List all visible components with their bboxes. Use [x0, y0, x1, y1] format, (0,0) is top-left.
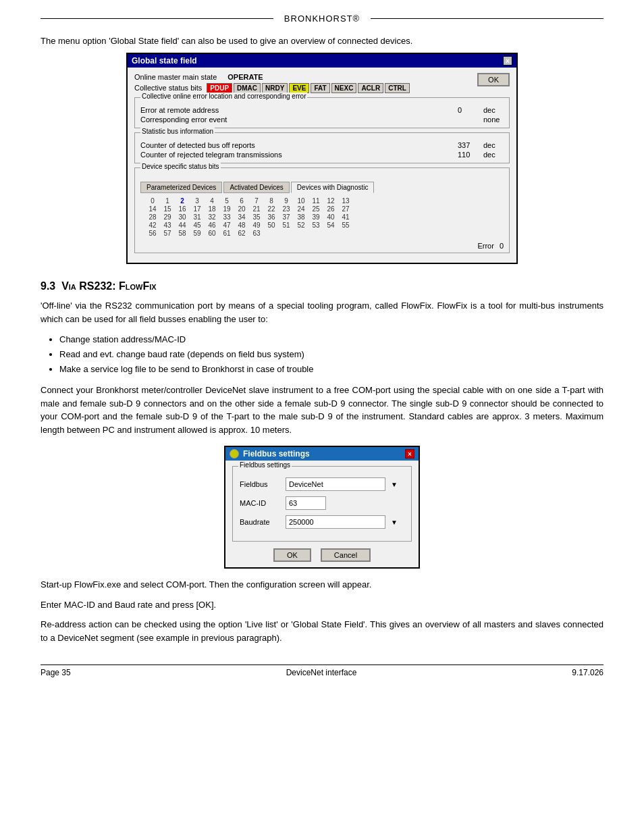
num-cell: 62 — [236, 230, 247, 237]
num-cell: 8 — [266, 197, 277, 205]
fieldbus-group: Fieldbus settings Fieldbus ▼ MAC-ID Baud… — [232, 466, 412, 542]
num-cell: 55 — [340, 221, 351, 229]
num-cell: 34 — [236, 213, 247, 221]
counter-bus-off-value: 337 — [458, 141, 478, 149]
num-cell: 6 — [236, 197, 247, 205]
macid-input[interactable] — [286, 496, 326, 510]
fieldbus-titlebar: Fieldbus settings × — [225, 447, 419, 461]
fieldbus-ok-button[interactable]: OK — [273, 548, 311, 562]
num-cell: 52 — [296, 221, 306, 229]
footer-page: Page 35 — [41, 668, 71, 677]
num-cell: 27 — [340, 205, 351, 213]
baudrate-field-row: Baudrate ▼ — [240, 515, 404, 529]
num-cell: 25 — [311, 205, 321, 213]
num-cell: 44 — [177, 221, 188, 229]
ok-button[interactable]: OK — [477, 73, 510, 86]
baudrate-select[interactable] — [286, 515, 385, 529]
list-item: Make a service log file to be send to Br… — [59, 362, 603, 377]
tabs-row: Parameterized DevicesActivated DevicesDe… — [140, 182, 504, 193]
num-cell: 26 — [325, 205, 336, 213]
bit-ctrl: CTRL — [385, 83, 410, 93]
intro-text: The menu option 'Global State field' can… — [41, 36, 603, 46]
bits-container: PDUPDMACNRDYEVEFATNEXCACLRCTRL — [207, 84, 411, 92]
device-status-legend: Device specific status bits — [140, 163, 221, 170]
tab-0[interactable]: Parameterized Devices — [140, 182, 222, 193]
fieldbus-select[interactable] — [286, 477, 385, 491]
num-cell: 63 — [251, 230, 262, 237]
num-cell: 59 — [192, 230, 203, 237]
fieldbus-close-button[interactable]: × — [405, 449, 414, 459]
num-cell: 48 — [236, 221, 247, 229]
num-cell: 61 — [221, 230, 232, 237]
num-cell: 37 — [281, 213, 292, 221]
paragraph-2: Connect your Bronkhorst meter/controller… — [41, 384, 603, 436]
num-cell: 7 — [251, 197, 262, 205]
tab-1[interactable]: Activated Devices — [223, 182, 289, 193]
dialog-close-button[interactable]: × — [503, 56, 512, 66]
num-cell: 38 — [296, 213, 306, 221]
list-item: Change station address/MAC-ID — [59, 332, 603, 347]
bit-nexc: NEXC — [331, 83, 357, 93]
statistic-bus-group: Statistic bus information Counter of det… — [134, 132, 510, 163]
paragraph-3: Start-up FlowFix.exe and select COM-port… — [41, 578, 603, 592]
collective-error-legend: Collective online error location and cor… — [140, 93, 307, 100]
num-cell: 23 — [281, 205, 292, 213]
fieldbus-title: Fieldbus settings — [243, 449, 310, 459]
dialog-footer-row: Error 0 — [140, 242, 504, 250]
num-grid: 0123456789101112131415161718192021222324… — [140, 196, 504, 239]
section-title: Via RS232: FlowFix — [61, 280, 156, 292]
num-cell: 30 — [177, 213, 188, 221]
error-event-label: Corresponding error event — [140, 115, 227, 124]
global-state-dialog-container: Global state field × Online master main … — [41, 53, 603, 264]
paragraph-1: 'Off-line' via the RS232 communication p… — [41, 299, 603, 325]
fieldbus-cancel-button[interactable]: Cancel — [321, 548, 371, 562]
num-cell: 15 — [162, 205, 173, 213]
error-event-row: Corresponding error event none — [140, 115, 504, 124]
num-cell: 36 — [266, 213, 277, 221]
num-cell: 1 — [162, 197, 173, 205]
list-item: Read and evt. change baud rate (depends … — [59, 347, 603, 362]
num-cell: 32 — [207, 213, 217, 221]
tab-2[interactable]: Devices with Diagnostic — [291, 182, 375, 193]
error-remote-unit: dec — [483, 106, 504, 114]
num-cell: 21 — [251, 205, 262, 213]
num-cell: 29 — [162, 213, 173, 221]
dialog-title: Global state field — [132, 56, 197, 66]
num-cell: 45 — [192, 221, 203, 229]
baudrate-dropdown-arrow: ▼ — [391, 519, 398, 526]
num-cell: 2 — [177, 197, 188, 205]
paragraph-5: Re-address action can be checked using t… — [41, 618, 603, 644]
num-cell: 20 — [236, 205, 247, 213]
footer-center: DeviceNet interface — [286, 668, 357, 677]
global-state-dialog: Global state field × Online master main … — [126, 53, 518, 264]
num-cell: 46 — [207, 221, 217, 229]
footer-right: 9.17.026 — [572, 668, 603, 677]
online-master-row: Online master main state OPERATE — [134, 73, 477, 81]
fieldbus-buttons: OK Cancel — [232, 548, 412, 562]
counter-bus-off-label: Counter of detected bus off reports — [140, 141, 255, 149]
num-cell: 57 — [162, 230, 173, 237]
collective-status-label: Collective status bits — [134, 84, 202, 92]
num-row: 012345678910111213 — [140, 197, 504, 205]
num-cell: 39 — [311, 213, 321, 221]
num-cell: 12 — [325, 197, 336, 205]
device-status-group: Device specific status bits Parameterize… — [134, 167, 510, 253]
error-event-value: none — [483, 115, 504, 124]
num-cell: 3 — [192, 197, 203, 205]
num-row: 2829303132333435363738394041 — [140, 213, 504, 221]
bit-fat: FAT — [311, 83, 329, 93]
counter-rejected-unit: dec — [483, 151, 504, 159]
num-cell: 56 — [147, 230, 158, 237]
bit-pdup: PDUP — [207, 83, 232, 93]
error-label: Error — [477, 242, 493, 250]
num-cell: 50 — [266, 221, 277, 229]
paragraph-4: Enter MAC-ID and Baud rate and press [OK… — [41, 598, 603, 612]
fieldbus-group-legend: Fieldbus settings — [238, 461, 292, 469]
num-cell: 42 — [147, 221, 158, 229]
counter-bus-off-unit: dec — [483, 141, 504, 149]
num-cell: 53 — [311, 221, 321, 229]
num-cell: 0 — [147, 197, 158, 205]
error-value: 0 — [500, 242, 504, 250]
header-line-right — [371, 18, 603, 19]
num-cell: 49 — [251, 221, 262, 229]
